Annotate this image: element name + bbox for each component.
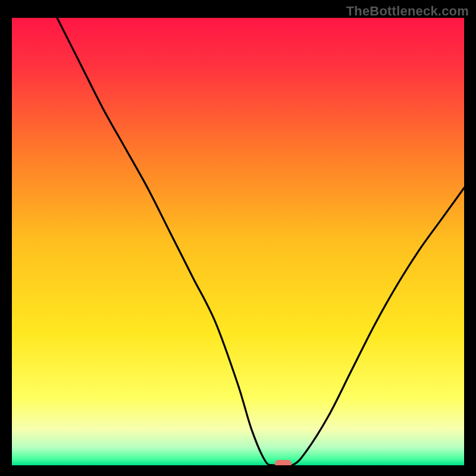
chart-frame: TheBottleneck.com (0, 0, 476, 476)
chart-svg (12, 18, 464, 465)
optimal-marker (275, 460, 292, 465)
watermark-text: TheBottleneck.com (346, 4, 469, 19)
gradient-background (12, 18, 464, 465)
bottleneck-chart (12, 18, 464, 465)
